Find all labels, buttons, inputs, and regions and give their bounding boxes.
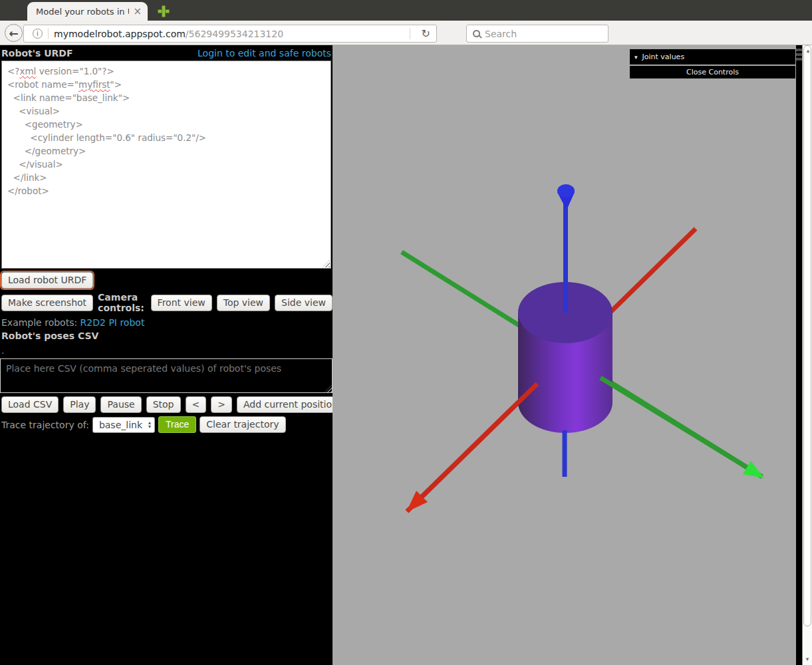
url-domain: mymodelrobot.appspot.com xyxy=(54,29,186,39)
urdf-code[interactable]: <?xml version="1.0"?> <robot name="myfir… xyxy=(7,65,325,198)
tab-title: Model your robots in U... xyxy=(36,7,129,17)
page-scrollbar[interactable]: ▴ ▾ xyxy=(802,45,812,665)
url-bar[interactable]: i mymodelrobot.appspot.com/5629499534213… xyxy=(23,25,437,43)
search-bar[interactable] xyxy=(466,25,609,43)
load-csv-button[interactable]: Load CSV xyxy=(1,396,59,413)
page-info-icon[interactable]: i xyxy=(33,29,43,39)
divider xyxy=(48,28,49,39)
joint-values-label: Joint values xyxy=(642,53,685,61)
search-icon xyxy=(473,30,480,37)
example-link-pi-robot[interactable]: PI robot xyxy=(108,317,144,328)
dat-gui-panel: ▾Joint values Close Controls xyxy=(630,49,795,78)
add-current-position-button[interactable]: Add current position xyxy=(237,396,344,413)
robot-scene xyxy=(333,45,796,665)
play-button[interactable]: Play xyxy=(63,396,96,413)
urdf-editor[interactable]: <?xml version="1.0"?> <robot name="myfir… xyxy=(1,61,331,269)
step-forward-button[interactable]: > xyxy=(211,396,232,413)
stray-dot: . xyxy=(1,345,333,354)
pause-button[interactable]: Pause xyxy=(100,396,141,413)
trace-link-select[interactable]: base_link ▴▾ xyxy=(92,417,155,433)
tab-bar: Model your robots in U... × xyxy=(0,0,812,21)
axis-y-line-front xyxy=(601,378,748,468)
poses-csv-box xyxy=(0,358,333,393)
camera-controls-label: Camera controls: xyxy=(98,292,146,313)
url-path: /5629499534213120 xyxy=(186,29,283,39)
stop-button[interactable]: Stop xyxy=(146,396,181,413)
example-link-r2d2[interactable]: R2D2 xyxy=(80,317,106,328)
poses-csv-input[interactable] xyxy=(0,358,333,393)
trace-button[interactable]: Trace xyxy=(158,416,196,433)
joint-values-folder[interactable]: ▾Joint values xyxy=(630,49,795,65)
tab-close-icon[interactable]: × xyxy=(133,5,142,17)
example-robots-label: Example robots: xyxy=(1,317,77,328)
search-input[interactable] xyxy=(485,29,598,39)
navigation-toolbar: ← i mymodelrobot.appspot.com/56294995342… xyxy=(0,21,812,45)
back-arrow-icon: ← xyxy=(9,27,18,40)
collapse-triangle-icon: ▾ xyxy=(634,50,638,65)
left-tool-panel: Robot's URDF Login to edit and safe robo… xyxy=(0,45,333,665)
axis-z-arrowhead-cap xyxy=(557,184,575,198)
scrollbar-thumb[interactable]: ▴ xyxy=(803,45,811,626)
axis-x-line-front xyxy=(420,384,537,498)
page-title: Robot's URDF xyxy=(1,48,73,59)
login-link[interactable]: Login to edit and safe robots xyxy=(198,48,331,59)
browser-tab[interactable]: Model your robots in U... × xyxy=(27,2,148,21)
top-view-button[interactable]: Top view xyxy=(217,295,270,311)
load-urdf-button[interactable]: Load robot URDF xyxy=(1,272,93,289)
divider xyxy=(410,28,410,39)
panel-header: Robot's URDF Login to edit and safe robo… xyxy=(0,45,333,61)
back-button[interactable]: ← xyxy=(5,24,23,42)
scrollbar-down-icon[interactable]: ▾ xyxy=(803,656,811,662)
clear-trajectory-button[interactable]: Clear trajectory xyxy=(200,416,285,433)
3d-viewport[interactable]: ▾Joint values Close Controls xyxy=(333,45,796,665)
reload-icon[interactable]: ↻ xyxy=(422,27,430,40)
axis-y-arrowhead xyxy=(743,461,764,478)
select-spinner-icon: ▴▾ xyxy=(148,421,151,429)
trace-trajectory-label: Trace trajectory of: xyxy=(1,420,89,430)
side-view-button[interactable]: Side view xyxy=(275,295,333,311)
url-text: mymodelrobot.appspot.com/562949953421312… xyxy=(54,29,283,39)
scrollbar-up-icon[interactable]: ▴ xyxy=(804,47,812,54)
resize-grip[interactable] xyxy=(323,260,330,267)
plus-icon xyxy=(162,5,166,17)
front-view-button[interactable]: Front view xyxy=(151,295,212,311)
make-screenshot-button[interactable]: Make screenshot xyxy=(1,295,93,311)
step-back-button[interactable]: < xyxy=(186,396,207,413)
poses-csv-title: Robot's poses CSV xyxy=(1,331,331,341)
trace-link-selected-value: base_link xyxy=(99,420,142,430)
example-robots-row: Example robots: R2D2 PI robot xyxy=(1,317,331,328)
new-tab-button[interactable] xyxy=(157,5,170,18)
close-controls-button[interactable]: Close Controls xyxy=(630,66,795,78)
